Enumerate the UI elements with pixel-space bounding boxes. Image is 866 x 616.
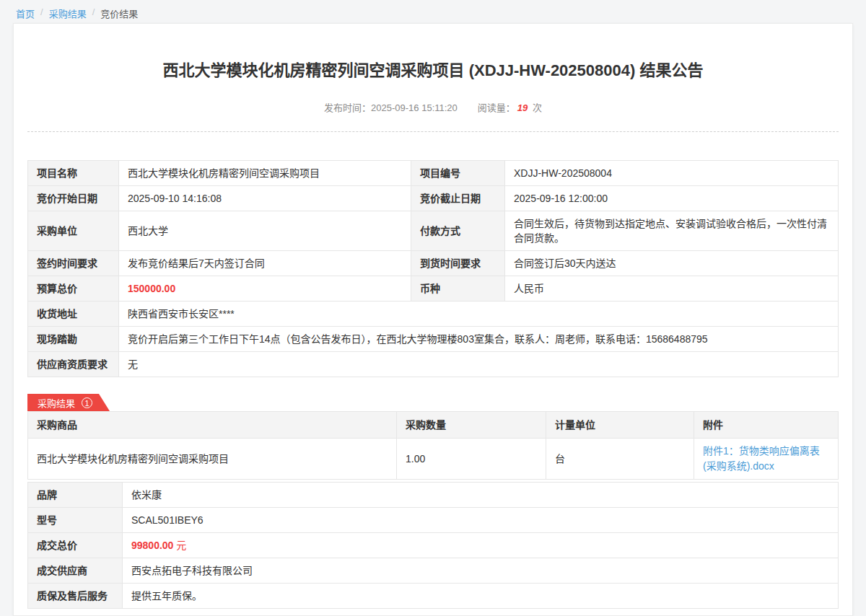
deal-price-unit: 元 <box>176 540 186 551</box>
budget-total-label: 预算总价 <box>28 276 119 302</box>
site-survey-label: 现场踏勘 <box>28 327 119 352</box>
site-survey-value: 竞价开启后第三个工作日下午14点（包含公告发布日），在西北大学物理楼803室集合… <box>119 327 839 352</box>
project-number-label: 项目编号 <box>411 161 505 186</box>
announcement-card: 西北大学模块化机房精密列间空调采购项目 (XDJJ-HW-202508004) … <box>13 23 853 616</box>
supplier-qualification-label: 供应商资质要求 <box>28 352 119 377</box>
table-row: 型号 SCAL501IBEY6 <box>28 508 839 533</box>
table-row: 成交总价 99800.00 元 <box>28 533 839 558</box>
product-name-cell: 西北大学模块化机房精密列间空调采购项目 <box>28 439 397 480</box>
project-info-table: 项目名称 西北大学模块化机房精密列间空调采购项目 项目编号 XDJJ-HW-20… <box>27 160 839 377</box>
model-value: SCAL501IBEY6 <box>123 508 839 533</box>
payment-method-value: 合同生效后，待货物到达指定地点、安装调试验收合格后，一次性付清合同货款。 <box>505 211 839 251</box>
attachment-cell: 附件1：货物类响应偏离表(采购系统).docx <box>694 439 839 480</box>
breadcrumb-separator: / <box>40 6 43 17</box>
warranty-value: 提供五年质保。 <box>123 584 839 609</box>
delivery-time-label: 到货时间要求 <box>411 251 505 276</box>
publish-time-value: 2025-09-16 15:11:20 <box>371 102 458 113</box>
column-header-quantity: 采购数量 <box>397 412 546 439</box>
attachment-link[interactable]: 附件1：货物类响应偏离表(采购系统).docx <box>703 444 829 474</box>
procurement-result-table: 采购商品 采购数量 计量单位 附件 西北大学模块化机房精密列间空调采购项目 1.… <box>27 411 839 480</box>
read-count-unit: 次 <box>533 102 542 113</box>
deal-price-value: 99800.00 元 <box>123 533 839 558</box>
project-number-value: XDJJ-HW-202508004 <box>505 161 839 186</box>
breadcrumb: 首页 / 采购结果 / 竞价结果 <box>0 0 866 23</box>
brand-label: 品牌 <box>28 483 123 508</box>
delivery-address-value: 陕西省西安市长安区**** <box>119 302 839 327</box>
signing-time-value: 发布竞价结果后7天内签订合同 <box>119 251 411 276</box>
bid-start-label: 竞价开始日期 <box>28 186 119 211</box>
divider <box>27 131 839 132</box>
payment-method-label: 付款方式 <box>411 211 505 251</box>
table-row: 西北大学模块化机房精密列间空调采购项目 1.00 台 附件1：货物类响应偏离表(… <box>28 439 839 480</box>
model-label: 型号 <box>28 508 123 533</box>
supplier-qualification-value: 无 <box>119 352 839 377</box>
column-header-unit: 计量单位 <box>546 412 694 439</box>
signing-time-label: 签约时间要求 <box>28 251 119 276</box>
currency-label: 币种 <box>411 276 505 302</box>
bid-deadline-label: 竞价截止日期 <box>411 186 505 211</box>
breadcrumb-current-bidding-results: 竞价结果 <box>100 6 138 20</box>
table-row: 现场踏勘 竞价开启后第三个工作日下午14点（包含公告发布日），在西北大学物理楼8… <box>28 327 839 352</box>
procurement-result-badge: 采购结果 1 <box>27 394 110 411</box>
currency-value: 人民币 <box>505 276 839 302</box>
brand-value: 依米康 <box>123 483 839 508</box>
breadcrumb-link-home[interactable]: 首页 <box>16 6 35 20</box>
breadcrumb-link-procurement-results[interactable]: 采购结果 <box>49 6 87 20</box>
column-header-product: 采购商品 <box>28 412 397 439</box>
procurement-result-badge-label: 采购结果 <box>38 396 75 410</box>
purchaser-value: 西北大学 <box>119 211 411 251</box>
breadcrumb-separator: / <box>92 6 95 17</box>
page-title: 西北大学模块化机房精密列间空调采购项目 (XDJJ-HW-202508004) … <box>27 24 839 80</box>
winning-supplier-label: 成交供应商 <box>28 558 123 584</box>
result-count-badge: 1 <box>82 397 92 408</box>
bid-start-value: 2025-09-10 14:16:08 <box>119 186 411 211</box>
unit-cell: 台 <box>546 439 694 480</box>
table-row: 签约时间要求 发布竞价结果后7天内签订合同 到货时间要求 合同签订后30天内送达 <box>28 251 839 276</box>
table-row: 竞价开始日期 2025-09-10 14:16:08 竞价截止日期 2025-0… <box>28 186 839 211</box>
deal-price-amount: 99800.00 <box>131 540 173 551</box>
publish-time-label: 发布时间： <box>324 102 371 113</box>
column-header-attachment: 附件 <box>694 412 839 439</box>
deal-detail-table: 品牌 依米康 型号 SCAL501IBEY6 成交总价 99800.00 元 成… <box>27 482 839 609</box>
read-count-value: 19 <box>517 102 528 113</box>
read-count-label: 阅读量： <box>478 102 515 113</box>
table-row: 质保及售后服务 提供五年质保。 <box>28 584 839 609</box>
purchaser-label: 采购单位 <box>28 211 119 251</box>
table-row: 预算总价 150000.00 币种 人民币 <box>28 276 839 302</box>
table-header-row: 采购商品 采购数量 计量单位 附件 <box>28 412 839 439</box>
article-meta: 发布时间：2025-09-16 15:11:20阅读量：19 次 <box>27 100 839 114</box>
deal-price-label: 成交总价 <box>28 533 123 558</box>
table-row: 采购单位 西北大学 付款方式 合同生效后，待货物到达指定地点、安装调试验收合格后… <box>28 211 839 251</box>
table-row: 供应商资质要求 无 <box>28 352 839 377</box>
quantity-cell: 1.00 <box>397 439 546 480</box>
delivery-address-label: 收货地址 <box>28 302 119 327</box>
winning-supplier-value: 西安点拓电子科技有限公司 <box>123 558 839 584</box>
table-row: 成交供应商 西安点拓电子科技有限公司 <box>28 558 839 584</box>
project-name-label: 项目名称 <box>28 161 119 186</box>
bid-deadline-value: 2025-09-16 12:00:00 <box>505 186 839 211</box>
table-row: 收货地址 陕西省西安市长安区**** <box>28 302 839 327</box>
delivery-time-value: 合同签订后30天内送达 <box>505 251 839 276</box>
project-name-value: 西北大学模块化机房精密列间空调采购项目 <box>119 161 411 186</box>
budget-total-value: 150000.00 <box>119 276 411 302</box>
table-row: 项目名称 西北大学模块化机房精密列间空调采购项目 项目编号 XDJJ-HW-20… <box>28 161 839 186</box>
table-row: 品牌 依米康 <box>28 483 839 508</box>
warranty-label: 质保及售后服务 <box>28 584 123 609</box>
